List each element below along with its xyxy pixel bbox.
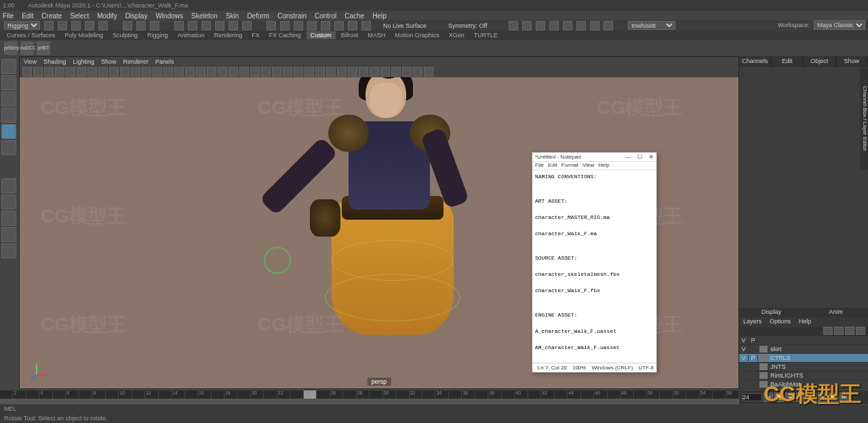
vp-toolbar-icon[interactable]	[22, 67, 32, 77]
vp-toolbar-icon[interactable]	[283, 67, 292, 77]
render-setup-icon[interactable]	[576, 21, 586, 31]
layer-opt[interactable]: Layers	[739, 317, 766, 327]
shelf-tab[interactable]: Bifrost	[337, 31, 363, 39]
vp-toolbar-icon[interactable]	[294, 67, 303, 77]
menu-modify[interactable]: Modify	[97, 12, 117, 20]
vp-toolbar-icon[interactable]	[261, 67, 271, 77]
layout-two-side[interactable]	[1, 211, 16, 226]
layer-row[interactable]: VPCTRLS	[739, 354, 868, 363]
menu-skin[interactable]: Skin	[226, 12, 239, 20]
layer-tab[interactable]: Display	[739, 308, 804, 317]
vp-toolbar-icon[interactable]	[218, 67, 227, 77]
rotate-tool[interactable]	[1, 124, 16, 139]
menu-file[interactable]: File	[3, 12, 14, 20]
vp-toolbar-icon[interactable]	[109, 67, 119, 77]
vp-toolbar-icon[interactable]	[315, 67, 325, 77]
account-dropdown[interactable]: tnwhisett	[628, 21, 675, 30]
layer-row[interactable]: JNTS	[739, 363, 868, 371]
notepad-text[interactable]: NAMING CONVENTIONS: ART ASSET: character…	[532, 170, 656, 363]
vp-toolbar-icon[interactable]	[174, 67, 184, 77]
history7-icon[interactable]	[348, 21, 357, 31]
snap-view-icon[interactable]	[242, 21, 252, 31]
vp-toolbar-icon[interactable]	[153, 67, 162, 77]
snap-point-icon[interactable]	[201, 21, 211, 31]
snap-curve-icon[interactable]	[188, 21, 197, 31]
vp-toolbar-icon[interactable]	[272, 67, 281, 77]
vp-toolbar-icon[interactable]	[424, 67, 433, 77]
snap-plane-icon[interactable]	[215, 21, 224, 31]
vp-toolbar-icon[interactable]	[239, 67, 249, 77]
redo-icon[interactable]	[98, 21, 108, 31]
menu-cache[interactable]: Cache	[344, 12, 364, 20]
shelf-tab[interactable]: FX Caching	[265, 31, 305, 39]
vp-toolbar-icon[interactable]	[33, 67, 43, 77]
vp-menu-item[interactable]: Shading	[43, 58, 66, 65]
symmetry-label[interactable]: Symmetry: Off	[448, 22, 487, 29]
history4-icon[interactable]	[307, 21, 317, 31]
menu-display[interactable]: Display	[125, 12, 148, 20]
workspace-dropdown[interactable]: Maya Classic	[814, 20, 865, 30]
vp-toolbar-icon[interactable]	[66, 67, 75, 77]
vp-toolbar-icon[interactable]	[142, 67, 151, 77]
notepad-titlebar[interactable]: *Untitled - Notepad — ☐ ✕	[532, 153, 656, 162]
layer-move-down-icon[interactable]	[834, 327, 844, 335]
vp-toolbar-icon[interactable]	[337, 67, 347, 77]
shelf-tab[interactable]: Custom	[307, 31, 336, 39]
shelf-tab[interactable]: FX	[248, 31, 264, 39]
shelf-tab[interactable]: Rigging	[143, 31, 172, 39]
vp-toolbar-icon[interactable]	[304, 67, 314, 77]
command-line[interactable]: MEL	[0, 405, 868, 414]
vp-toolbar-icon[interactable]	[413, 67, 422, 77]
vp-toolbar-icon[interactable]	[196, 67, 205, 77]
vp-toolbar-icon[interactable]	[402, 67, 412, 77]
layer-opt[interactable]: Options	[766, 317, 795, 327]
layer-add-icon[interactable]	[856, 327, 865, 335]
notepad-window[interactable]: *Untitled - Notepad — ☐ ✕ FileEditFormat…	[532, 152, 657, 373]
channel-tab[interactable]: Show	[836, 56, 869, 67]
layout-two-stack[interactable]	[1, 227, 16, 242]
shelf-tab[interactable]: Animation	[174, 31, 209, 39]
channel-tab[interactable]: Channels	[739, 56, 772, 67]
viewport-canvas[interactable]: persp *Untitled - Notepad — ☐ ✕ FileEdit…	[20, 77, 738, 388]
render-icon[interactable]	[509, 21, 518, 31]
shelf-tab[interactable]: XGen	[445, 31, 469, 39]
close-icon[interactable]: ✕	[649, 154, 654, 160]
mode-dropdown[interactable]: Rigging	[4, 21, 40, 30]
save-scene-icon[interactable]	[71, 21, 81, 31]
vp-toolbar-icon[interactable]	[348, 67, 357, 77]
np-menu-item[interactable]: View	[583, 162, 594, 169]
history5-icon[interactable]	[321, 21, 330, 31]
np-menu-item[interactable]: Edit	[548, 162, 557, 169]
menu-constrain[interactable]: Constrain	[277, 12, 307, 20]
minimize-icon[interactable]: —	[625, 154, 631, 160]
vp-toolbar-icon[interactable]	[229, 67, 238, 77]
rotate-gizmo[interactable]	[264, 247, 291, 274]
vp-menu-item[interactable]: Show	[101, 58, 117, 65]
hypershade-icon[interactable]	[549, 21, 559, 31]
vp-toolbar-icon[interactable]	[391, 67, 401, 77]
maximize-icon[interactable]: ☐	[637, 154, 642, 160]
vp-toolbar-icon[interactable]	[250, 67, 260, 77]
vp-toolbar-icon[interactable]	[87, 67, 97, 77]
vp-toolbar-icon[interactable]	[77, 67, 86, 77]
scale-tool[interactable]	[1, 140, 16, 155]
shelf-tab[interactable]: MASH	[363, 31, 389, 39]
vp-toolbar-icon[interactable]	[370, 67, 379, 77]
panel-toggle-icon[interactable]	[604, 21, 613, 31]
history3-icon[interactable]	[294, 21, 303, 31]
vp-toolbar-icon[interactable]	[326, 67, 336, 77]
ipr-icon[interactable]	[522, 21, 532, 31]
side-panel-tab[interactable]: Channel Box / Layer Editor	[860, 68, 868, 169]
new-scene-icon[interactable]	[44, 21, 54, 31]
render-view-icon[interactable]	[590, 21, 599, 31]
shelf-button[interactable]: noDCC	[20, 41, 34, 55]
render-settings-icon[interactable]	[536, 21, 545, 31]
layer-tab[interactable]: Anim	[804, 308, 868, 317]
layout-outliner[interactable]	[1, 243, 16, 258]
current-frame-field[interactable]	[742, 393, 762, 401]
vp-toolbar-icon[interactable]	[98, 67, 108, 77]
light-editor-icon[interactable]	[563, 21, 572, 31]
shelf-tab[interactable]: Sculpting	[108, 31, 142, 39]
shelf-button[interactable]: prtScrp	[4, 41, 18, 55]
paint-select-icon[interactable]	[150, 21, 159, 31]
